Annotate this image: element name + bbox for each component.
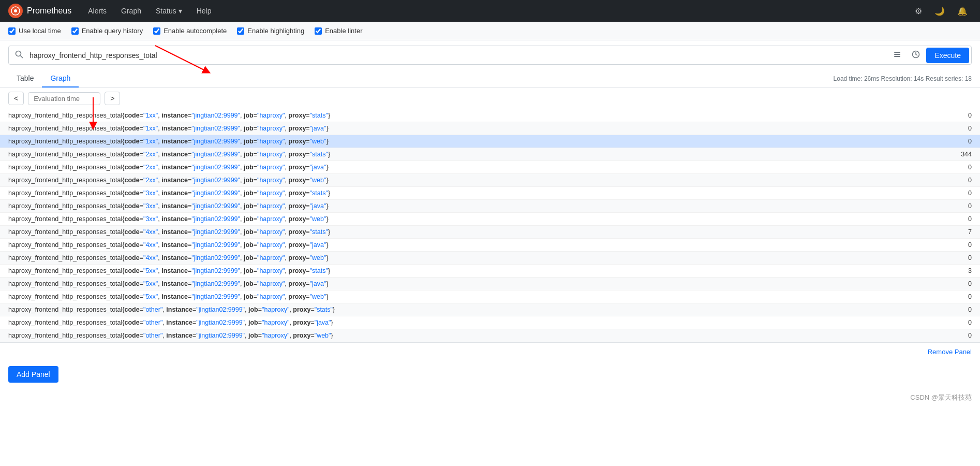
value-cell: 0 [899,290,980,303]
value-cell: 0 [899,187,980,200]
metric-cell: haproxy_frontend_http_responses_total{co… [0,226,899,239]
metric-cell: haproxy_frontend_http_responses_total{co… [0,109,899,122]
table-row: haproxy_frontend_http_responses_total{co… [0,200,980,213]
list-view-button[interactable] [889,47,905,64]
value-cell: 0 [899,303,980,316]
enable-query-history-label: Enable query history [82,27,143,35]
enable-highlighting-label: Enable highlighting [247,27,304,35]
brand-icon [8,4,23,18]
value-cell: 7 [899,226,980,239]
use-local-time-checkbox[interactable] [8,27,16,35]
enable-autocomplete-option[interactable]: Enable autocomplete [153,27,227,35]
enable-linter-label: Enable linter [325,27,362,35]
brand[interactable]: Prometheus [8,4,71,18]
enable-autocomplete-label: Enable autocomplete [164,27,227,35]
history-button[interactable] [908,47,924,64]
enable-query-history-option[interactable]: Enable query history [71,27,143,35]
table-row: haproxy_frontend_http_responses_total{co… [0,290,980,303]
metric-cell: haproxy_frontend_http_responses_total{co… [0,239,899,252]
nav-items: Alerts Graph Status ▾ Help [82,3,217,19]
enable-highlighting-checkbox[interactable] [237,27,244,35]
value-cell: 0 [899,252,980,265]
eval-time-input[interactable] [28,92,100,105]
metric-cell: haproxy_frontend_http_responses_total{co… [0,148,899,161]
enable-query-history-checkbox[interactable] [71,27,79,35]
nav-item-alerts[interactable]: Alerts [82,3,113,19]
enable-linter-checkbox[interactable] [315,27,322,35]
value-cell: 0 [899,329,980,342]
value-cell: 0 [899,278,980,290]
alerts-button[interactable]: 🔔 [953,4,972,18]
table-row: haproxy_frontend_http_responses_total{co… [0,265,980,278]
eval-back-button[interactable]: < [8,92,24,105]
table-row: haproxy_frontend_http_responses_total{co… [0,213,980,226]
add-panel-button[interactable]: Add Panel [8,366,58,383]
metric-cell: haproxy_frontend_http_responses_total{co… [0,290,899,303]
table-row: haproxy_frontend_http_responses_total{co… [0,161,980,174]
metric-cell: haproxy_frontend_http_responses_total{co… [0,303,899,316]
svg-point-1 [14,9,17,12]
results-table: haproxy_frontend_http_responses_total{co… [0,109,980,342]
navbar-right: ⚙ 🌙 🔔 [911,4,972,18]
nav-item-help[interactable]: Help [190,3,218,19]
svg-rect-5 [894,52,900,53]
table-row: haproxy_frontend_http_responses_total{co… [0,316,980,329]
table-row: haproxy_frontend_http_responses_total{co… [0,187,980,200]
enable-highlighting-option[interactable]: Enable highlighting [237,27,304,35]
value-cell: 0 [899,109,980,122]
search-bar: Execute [8,46,972,65]
metric-cell: haproxy_frontend_http_responses_total{co… [0,329,899,342]
table-row: haproxy_frontend_http_responses_total{co… [0,135,980,148]
use-local-time-label: Use local time [19,27,61,35]
use-local-time-option[interactable]: Use local time [8,27,61,35]
eval-row: < > [0,88,980,109]
metric-cell: haproxy_frontend_http_responses_total{co… [0,200,899,213]
metric-cell: haproxy_frontend_http_responses_total{co… [0,161,899,174]
table-row: haproxy_frontend_http_responses_total{co… [0,148,980,161]
results-container: haproxy_frontend_http_responses_total{co… [0,109,980,342]
value-cell: 3 [899,265,980,278]
watermark: CSDN @景天科技苑 [0,388,980,407]
value-cell: 0 [899,161,980,174]
eval-forward-button[interactable]: > [105,92,120,105]
value-cell: 0 [899,200,980,213]
panel-area: Execute Table Graph Load time: 26ms Reso… [0,46,980,361]
execute-button[interactable]: Execute [926,48,969,63]
search-icon [9,46,29,64]
svg-line-4 [21,56,23,59]
value-cell: 0 [899,213,980,226]
table-row: haproxy_frontend_http_responses_total{co… [0,303,980,316]
table-row: haproxy_frontend_http_responses_total{co… [0,174,980,187]
svg-rect-7 [894,56,900,57]
metric-cell: haproxy_frontend_http_responses_total{co… [0,174,899,187]
enable-linter-option[interactable]: Enable linter [315,27,362,35]
table-row: haproxy_frontend_http_responses_total{co… [0,226,980,239]
metric-cell: haproxy_frontend_http_responses_total{co… [0,316,899,329]
remove-panel-link[interactable]: Remove Panel [928,348,972,356]
brand-name: Prometheus [27,6,71,16]
table-row: haproxy_frontend_http_responses_total{co… [0,239,980,252]
svg-point-3 [16,51,21,56]
nav-item-graph[interactable]: Graph [115,3,147,19]
theme-toggle-button[interactable]: 🌙 [930,4,949,18]
nav-item-status[interactable]: Status ▾ [150,3,188,19]
query-input[interactable] [29,47,889,64]
table-row: haproxy_frontend_http_responses_total{co… [0,278,980,290]
metric-cell: haproxy_frontend_http_responses_total{co… [0,252,899,265]
enable-autocomplete-checkbox[interactable] [153,27,160,35]
table-row: haproxy_frontend_http_responses_total{co… [0,252,980,265]
tab-table[interactable]: Table [8,70,42,88]
metric-cell: haproxy_frontend_http_responses_total{co… [0,122,899,135]
settings-button[interactable]: ⚙ [911,4,926,18]
value-cell: 0 [899,316,980,329]
metric-cell: haproxy_frontend_http_responses_total{co… [0,213,899,226]
tabs: Table Graph [8,70,79,87]
metric-cell: haproxy_frontend_http_responses_total{co… [0,278,899,290]
tab-info: Load time: 26ms Resolution: 14s Result s… [834,75,972,82]
value-cell: 0 [899,174,980,187]
tab-graph[interactable]: Graph [42,70,79,88]
value-cell: 344 [899,148,980,161]
watermark-text: CSDN @景天科技苑 [910,394,972,401]
search-actions: Execute [889,47,971,64]
chevron-down-icon: ▾ [179,7,182,15]
